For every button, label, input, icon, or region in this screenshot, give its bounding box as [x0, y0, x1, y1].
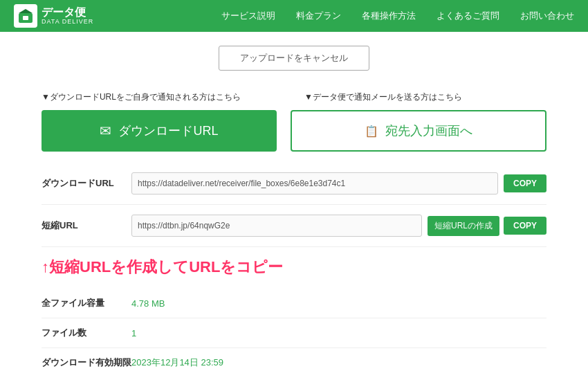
logo-box: [14, 4, 37, 28]
nav-service[interactable]: サービス説明: [221, 10, 275, 22]
main-content: アップロードをキャンセル ▼ダウンロードURLをご自身で通知される方はこちら ▼…: [0, 32, 588, 371]
big-buttons-area: ✉ ダウンロードURL 📋 宛先入力画面へ: [42, 110, 546, 152]
main-nav: サービス説明 料金プラン 各種操作方法 よくあるご質問 お問い合わせ: [221, 10, 574, 22]
address-btn-label: 宛先入力画面へ: [385, 123, 472, 139]
logo-subtitle: DATA DELIVER: [42, 18, 93, 25]
nav-faq[interactable]: よくあるご質問: [437, 10, 499, 22]
svg-marker-1: [19, 9, 33, 13]
short-url-label: 短縮URL: [42, 219, 131, 232]
create-short-url-button[interactable]: 短縮URLの作成: [428, 216, 499, 236]
address-icon: 📋: [365, 125, 378, 138]
logo-area: データ便 DATA DELIVER: [14, 4, 93, 28]
file-count-value: 1: [131, 328, 136, 338]
download-url-row: ダウンロードURL COPY: [42, 172, 546, 205]
short-url-copy-button[interactable]: COPY: [504, 217, 546, 235]
short-url-row: 短縮URL 短縮URLの作成 COPY: [42, 215, 546, 247]
logo-text-area: データ便 DATA DELIVER: [42, 7, 93, 25]
nav-pricing[interactable]: 料金プラン: [296, 10, 341, 22]
file-size-label: 全ファイル容量: [42, 297, 131, 309]
download-url-label: ダウンロードURL: [42, 177, 131, 190]
svg-rect-2: [23, 16, 28, 20]
section-label-download: ▼ダウンロードURLをご自身で通知される方はこちら: [42, 91, 291, 103]
nav-contact[interactable]: お問い合わせ: [520, 10, 574, 22]
download-url-button[interactable]: ✉ ダウンロードURL: [42, 110, 277, 152]
site-header: データ便 DATA DELIVER サービス説明 料金プラン 各種操作方法 よく…: [0, 0, 588, 32]
envelope-icon: ✉: [100, 123, 111, 139]
file-size-value: 4.78 MB: [131, 298, 165, 309]
logo-title: データ便: [42, 7, 93, 18]
file-count-label: ファイル数: [42, 327, 131, 339]
expiry-value: 2023年12月14日 23:59: [131, 356, 223, 369]
expiry-label: ダウンロード有効期限: [42, 356, 131, 369]
annotation-text: ↑短縮URLを作成してURLをコピー: [42, 257, 546, 278]
section-labels: ▼ダウンロードURLをご自身で通知される方はこちら ▼データ便で通知メールを送る…: [42, 91, 546, 103]
file-size-row: 全ファイル容量 4.78 MB: [42, 289, 546, 318]
short-url-input[interactable]: [131, 215, 422, 237]
cancel-upload-button[interactable]: アップロードをキャンセル: [219, 46, 369, 71]
download-url-input[interactable]: [131, 172, 498, 194]
logo-icon: [17, 8, 34, 24]
address-input-button[interactable]: 📋 宛先入力画面へ: [291, 110, 546, 152]
nav-operations[interactable]: 各種操作方法: [362, 10, 416, 22]
download-url-copy-button[interactable]: COPY: [504, 174, 546, 192]
download-url-btn-label: ダウンロードURL: [118, 123, 218, 139]
expiry-row: ダウンロード有効期限 2023年12月14日 23:59: [42, 348, 546, 371]
file-count-row: ファイル数 1: [42, 318, 546, 348]
cancel-area: アップロードをキャンセル: [42, 46, 546, 71]
section-label-notify: ▼データ便で通知メールを送る方はこちら: [304, 91, 546, 103]
